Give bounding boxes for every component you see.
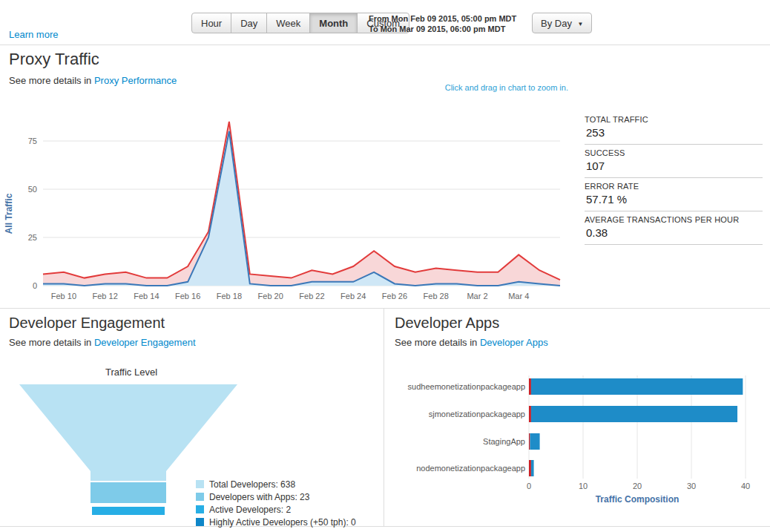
analytics-dashboard: { "topbar": { "learn_more": "Learn more"…: [0, 0, 770, 532]
stat-row: TOTAL TRAFFIC253: [585, 111, 763, 145]
proxy-traffic-section: Proxy Traffic See more details in Proxy …: [0, 45, 770, 309]
legend-item: Active Developers: 2: [196, 503, 356, 516]
stat-value: 57.71 %: [585, 193, 763, 206]
stat-label: AVERAGE TRANSACTIONS PER HOUR: [585, 215, 763, 224]
y-tick-label: 50: [28, 185, 37, 194]
area-all-traffic: [43, 122, 560, 286]
category-label: sjmonetizationpackageapp: [429, 410, 525, 418]
toolbar: Learn more HourDayWeekMonthCustom From M…: [0, 0, 770, 45]
x-axis-label: Traffic Composition: [596, 494, 679, 505]
proxy-performance-link[interactable]: Proxy Performance: [94, 75, 177, 86]
y-tick-label: 25: [28, 233, 37, 242]
apps-bar-chart[interactable]: 010203040sudheemonetizationpackageappsjm…: [384, 372, 769, 510]
x-tick-label: 10: [579, 482, 588, 490]
line-all-traffic: [43, 122, 560, 280]
range-button-month[interactable]: Month: [309, 13, 358, 33]
x-tick-label: Feb 18: [217, 292, 242, 301]
developer-apps-title: Developer Apps: [395, 315, 499, 332]
interval-dropdown-button[interactable]: By Day ▼: [532, 13, 592, 33]
bar-segment-success[interactable]: [531, 460, 534, 476]
see-more-text: See more details in: [395, 337, 480, 348]
x-tick-label: 0: [527, 482, 531, 490]
apps-see-more: See more details in Developer Apps: [395, 337, 548, 348]
area-success: [43, 131, 560, 286]
bar-segment-errors[interactable]: [529, 378, 531, 395]
legend-swatch-icon: [196, 480, 204, 488]
stat-label: SUCCESS: [585, 148, 763, 157]
stat-value: 0.38: [585, 226, 763, 239]
x-tick-label: 30: [687, 482, 696, 490]
date-to: To Mon Mar 09 2015, 06:00 pm MDT: [369, 24, 516, 34]
stat-value: 107: [585, 160, 763, 172]
see-more-text: See more details in: [9, 337, 94, 348]
funnel-title: Traffic Level: [9, 367, 254, 378]
stat-value: 253: [585, 126, 763, 139]
see-more-text: See more details in: [9, 75, 94, 86]
x-tick-label: Feb 22: [299, 292, 324, 301]
x-tick-label: Feb 12: [93, 292, 118, 301]
legend-label: Highly Active Developers (+50 tph): 0: [209, 517, 356, 528]
stat-row: AVERAGE TRANSACTIONS PER HOUR0.38: [585, 211, 763, 245]
bar-segment-errors[interactable]: [529, 460, 531, 476]
proxy-traffic-title: Proxy Traffic: [9, 50, 99, 69]
bar-segment-errors[interactable]: [529, 406, 531, 422]
traffic-chart-plot[interactable]: 0255075Feb 10Feb 12Feb 14Feb 16Feb 18Feb…: [1, 111, 574, 304]
y-tick-label: 75: [28, 137, 37, 145]
x-tick-label: Feb 14: [134, 292, 159, 301]
x-tick-label: Mar 2: [467, 292, 487, 301]
stat-row: SUCCESS107: [585, 145, 763, 178]
x-tick-label: 20: [633, 482, 642, 490]
bottom-panels: Developer Engagement See more details in…: [0, 309, 770, 527]
proxy-see-more: See more details in Proxy Performance: [9, 75, 177, 86]
range-button-hour[interactable]: Hour: [191, 13, 231, 33]
bar-segment-success[interactable]: [531, 378, 743, 395]
bar-segment-errors[interactable]: [529, 433, 530, 450]
interval-label: By Day: [541, 18, 572, 29]
x-tick-label: 40: [741, 482, 750, 490]
category-label: StagingApp: [483, 437, 525, 446]
legend-label: Active Developers: 2: [209, 505, 291, 515]
date-from: From Mon Feb 09 2015, 05:00 pm MDT: [369, 13, 516, 24]
legend-swatch-icon: [196, 505, 204, 513]
x-tick-label: Feb 20: [258, 292, 283, 301]
x-tick-label: Feb 26: [382, 292, 407, 301]
caret-down-icon: ▼: [578, 21, 584, 27]
category-label: nodemonetizationpackageapp: [416, 464, 525, 473]
developer-apps-link[interactable]: Developer Apps: [480, 337, 548, 348]
range-button-week[interactable]: Week: [266, 13, 310, 33]
bar-segment-success[interactable]: [530, 433, 539, 450]
x-tick-label: Mar 4: [508, 292, 529, 301]
traffic-stats: TOTAL TRAFFIC253SUCCESS107ERROR RATE57.7…: [585, 111, 763, 245]
x-tick-label: Feb 16: [175, 292, 200, 301]
legend-item: Highly Active Developers (+50 tph): 0: [196, 516, 356, 528]
funnel-legend: Total Developers: 638Developers with App…: [196, 478, 356, 528]
developer-engagement-section: Developer Engagement See more details in…: [0, 309, 384, 527]
developer-engagement-link[interactable]: Developer Engagement: [94, 337, 196, 348]
line-success: [43, 131, 560, 286]
legend-item: Developers with Apps: 23: [196, 490, 356, 503]
legend-label: Developers with Apps: 23: [209, 492, 309, 502]
engagement-see-more: See more details in Developer Engagement: [9, 337, 196, 348]
stat-label: TOTAL TRAFFIC: [585, 115, 763, 124]
legend-swatch-icon: [196, 518, 204, 526]
developer-apps-section: Developer Apps See more details in Devel…: [384, 309, 770, 527]
legend-swatch-icon: [196, 493, 204, 501]
x-tick-label: Feb 28: [424, 292, 449, 301]
bar-segment-success[interactable]: [531, 406, 737, 422]
legend-label: Total Developers: 638: [209, 479, 295, 490]
date-range: From Mon Feb 09 2015, 05:00 pm MDT To Mo…: [369, 13, 516, 34]
range-button-day[interactable]: Day: [231, 13, 267, 33]
zoom-hint: Click and drag in chart to zoom in.: [445, 83, 568, 92]
stat-row: ERROR RATE57.71 %: [585, 178, 763, 211]
stat-label: ERROR RATE: [585, 182, 763, 191]
category-label: sudheemonetizationpackageapp: [408, 382, 525, 391]
funnel-segment-total-developers: [19, 384, 237, 471]
developer-engagement-title: Developer Engagement: [9, 315, 165, 332]
learn-more-link[interactable]: Learn more: [9, 29, 58, 40]
funnel-segment-developers-with-apps: [91, 482, 166, 503]
funnel-segment-active-developers: [92, 507, 165, 515]
legend-item: Total Developers: 638: [196, 478, 356, 490]
y-axis-label: All Traffic: [4, 193, 14, 234]
x-tick-label: Feb 24: [340, 292, 366, 301]
y-tick-label: 0: [33, 281, 37, 290]
